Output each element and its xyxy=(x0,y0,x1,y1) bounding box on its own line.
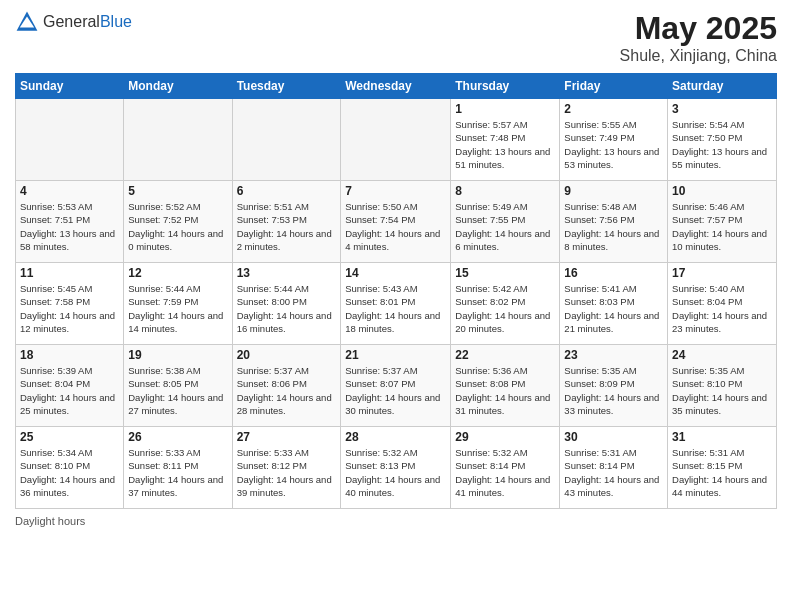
footer: Daylight hours xyxy=(15,515,777,527)
calendar-cell xyxy=(232,99,341,181)
day-number: 13 xyxy=(237,266,337,280)
day-number: 5 xyxy=(128,184,227,198)
day-number: 29 xyxy=(455,430,555,444)
calendar-cell xyxy=(124,99,232,181)
calendar-cell: 26Sunrise: 5:33 AMSunset: 8:11 PMDayligh… xyxy=(124,427,232,509)
day-info: Sunrise: 5:51 AMSunset: 7:53 PMDaylight:… xyxy=(237,200,337,253)
main-title: May 2025 xyxy=(620,10,777,47)
day-info: Sunrise: 5:32 AMSunset: 8:14 PMDaylight:… xyxy=(455,446,555,499)
calendar-header-row: SundayMondayTuesdayWednesdayThursdayFrid… xyxy=(16,74,777,99)
calendar-cell: 3Sunrise: 5:54 AMSunset: 7:50 PMDaylight… xyxy=(668,99,777,181)
calendar-cell: 10Sunrise: 5:46 AMSunset: 7:57 PMDayligh… xyxy=(668,181,777,263)
calendar-table: SundayMondayTuesdayWednesdayThursdayFrid… xyxy=(15,73,777,509)
calendar-cell: 30Sunrise: 5:31 AMSunset: 8:14 PMDayligh… xyxy=(560,427,668,509)
day-info: Sunrise: 5:43 AMSunset: 8:01 PMDaylight:… xyxy=(345,282,446,335)
calendar-cell: 7Sunrise: 5:50 AMSunset: 7:54 PMDaylight… xyxy=(341,181,451,263)
day-info: Sunrise: 5:36 AMSunset: 8:08 PMDaylight:… xyxy=(455,364,555,417)
day-info: Sunrise: 5:33 AMSunset: 8:12 PMDaylight:… xyxy=(237,446,337,499)
day-info: Sunrise: 5:42 AMSunset: 8:02 PMDaylight:… xyxy=(455,282,555,335)
day-number: 6 xyxy=(237,184,337,198)
day-number: 19 xyxy=(128,348,227,362)
day-number: 1 xyxy=(455,102,555,116)
day-number: 25 xyxy=(20,430,119,444)
calendar-cell: 24Sunrise: 5:35 AMSunset: 8:10 PMDayligh… xyxy=(668,345,777,427)
day-info: Sunrise: 5:53 AMSunset: 7:51 PMDaylight:… xyxy=(20,200,119,253)
day-number: 7 xyxy=(345,184,446,198)
subtitle: Shule, Xinjiang, China xyxy=(620,47,777,65)
day-number: 31 xyxy=(672,430,772,444)
header: GeneralBlue May 2025 Shule, Xinjiang, Ch… xyxy=(15,10,777,65)
calendar-cell: 21Sunrise: 5:37 AMSunset: 8:07 PMDayligh… xyxy=(341,345,451,427)
day-number: 2 xyxy=(564,102,663,116)
calendar-cell: 25Sunrise: 5:34 AMSunset: 8:10 PMDayligh… xyxy=(16,427,124,509)
calendar-cell: 12Sunrise: 5:44 AMSunset: 7:59 PMDayligh… xyxy=(124,263,232,345)
calendar-day-header: Thursday xyxy=(451,74,560,99)
calendar-cell: 28Sunrise: 5:32 AMSunset: 8:13 PMDayligh… xyxy=(341,427,451,509)
calendar-week-row: 1Sunrise: 5:57 AMSunset: 7:48 PMDaylight… xyxy=(16,99,777,181)
day-info: Sunrise: 5:41 AMSunset: 8:03 PMDaylight:… xyxy=(564,282,663,335)
day-info: Sunrise: 5:35 AMSunset: 8:10 PMDaylight:… xyxy=(672,364,772,417)
logo-general: General xyxy=(43,13,100,30)
day-number: 27 xyxy=(237,430,337,444)
day-info: Sunrise: 5:46 AMSunset: 7:57 PMDaylight:… xyxy=(672,200,772,253)
calendar-cell: 16Sunrise: 5:41 AMSunset: 8:03 PMDayligh… xyxy=(560,263,668,345)
day-info: Sunrise: 5:45 AMSunset: 7:58 PMDaylight:… xyxy=(20,282,119,335)
calendar-cell: 19Sunrise: 5:38 AMSunset: 8:05 PMDayligh… xyxy=(124,345,232,427)
day-info: Sunrise: 5:37 AMSunset: 8:06 PMDaylight:… xyxy=(237,364,337,417)
day-number: 16 xyxy=(564,266,663,280)
day-info: Sunrise: 5:35 AMSunset: 8:09 PMDaylight:… xyxy=(564,364,663,417)
calendar-week-row: 18Sunrise: 5:39 AMSunset: 8:04 PMDayligh… xyxy=(16,345,777,427)
calendar-cell: 14Sunrise: 5:43 AMSunset: 8:01 PMDayligh… xyxy=(341,263,451,345)
day-number: 24 xyxy=(672,348,772,362)
calendar-cell: 31Sunrise: 5:31 AMSunset: 8:15 PMDayligh… xyxy=(668,427,777,509)
day-info: Sunrise: 5:52 AMSunset: 7:52 PMDaylight:… xyxy=(128,200,227,253)
calendar-cell: 11Sunrise: 5:45 AMSunset: 7:58 PMDayligh… xyxy=(16,263,124,345)
calendar-cell: 4Sunrise: 5:53 AMSunset: 7:51 PMDaylight… xyxy=(16,181,124,263)
day-info: Sunrise: 5:54 AMSunset: 7:50 PMDaylight:… xyxy=(672,118,772,171)
day-info: Sunrise: 5:57 AMSunset: 7:48 PMDaylight:… xyxy=(455,118,555,171)
calendar-day-header: Wednesday xyxy=(341,74,451,99)
calendar-day-header: Saturday xyxy=(668,74,777,99)
calendar-cell: 23Sunrise: 5:35 AMSunset: 8:09 PMDayligh… xyxy=(560,345,668,427)
calendar-cell: 2Sunrise: 5:55 AMSunset: 7:49 PMDaylight… xyxy=(560,99,668,181)
calendar-cell: 20Sunrise: 5:37 AMSunset: 8:06 PMDayligh… xyxy=(232,345,341,427)
day-number: 3 xyxy=(672,102,772,116)
calendar-cell: 17Sunrise: 5:40 AMSunset: 8:04 PMDayligh… xyxy=(668,263,777,345)
day-number: 4 xyxy=(20,184,119,198)
day-number: 11 xyxy=(20,266,119,280)
day-number: 10 xyxy=(672,184,772,198)
day-number: 17 xyxy=(672,266,772,280)
calendar-week-row: 11Sunrise: 5:45 AMSunset: 7:58 PMDayligh… xyxy=(16,263,777,345)
day-info: Sunrise: 5:44 AMSunset: 7:59 PMDaylight:… xyxy=(128,282,227,335)
logo-blue: Blue xyxy=(100,13,132,30)
day-number: 30 xyxy=(564,430,663,444)
calendar-cell: 6Sunrise: 5:51 AMSunset: 7:53 PMDaylight… xyxy=(232,181,341,263)
day-info: Sunrise: 5:38 AMSunset: 8:05 PMDaylight:… xyxy=(128,364,227,417)
day-info: Sunrise: 5:40 AMSunset: 8:04 PMDaylight:… xyxy=(672,282,772,335)
day-info: Sunrise: 5:55 AMSunset: 7:49 PMDaylight:… xyxy=(564,118,663,171)
calendar-cell xyxy=(341,99,451,181)
calendar-cell: 5Sunrise: 5:52 AMSunset: 7:52 PMDaylight… xyxy=(124,181,232,263)
day-info: Sunrise: 5:37 AMSunset: 8:07 PMDaylight:… xyxy=(345,364,446,417)
day-number: 21 xyxy=(345,348,446,362)
calendar-cell: 8Sunrise: 5:49 AMSunset: 7:55 PMDaylight… xyxy=(451,181,560,263)
day-info: Sunrise: 5:32 AMSunset: 8:13 PMDaylight:… xyxy=(345,446,446,499)
logo-icon xyxy=(15,10,39,34)
day-number: 12 xyxy=(128,266,227,280)
day-number: 23 xyxy=(564,348,663,362)
calendar-cell: 18Sunrise: 5:39 AMSunset: 8:04 PMDayligh… xyxy=(16,345,124,427)
day-number: 28 xyxy=(345,430,446,444)
day-info: Sunrise: 5:39 AMSunset: 8:04 PMDaylight:… xyxy=(20,364,119,417)
day-info: Sunrise: 5:50 AMSunset: 7:54 PMDaylight:… xyxy=(345,200,446,253)
day-number: 15 xyxy=(455,266,555,280)
calendar-cell: 9Sunrise: 5:48 AMSunset: 7:56 PMDaylight… xyxy=(560,181,668,263)
logo-text: GeneralBlue xyxy=(43,13,132,31)
calendar-cell xyxy=(16,99,124,181)
day-info: Sunrise: 5:31 AMSunset: 8:15 PMDaylight:… xyxy=(672,446,772,499)
calendar-day-header: Sunday xyxy=(16,74,124,99)
calendar-cell: 27Sunrise: 5:33 AMSunset: 8:12 PMDayligh… xyxy=(232,427,341,509)
day-info: Sunrise: 5:48 AMSunset: 7:56 PMDaylight:… xyxy=(564,200,663,253)
logo: GeneralBlue xyxy=(15,10,132,34)
day-number: 8 xyxy=(455,184,555,198)
day-info: Sunrise: 5:33 AMSunset: 8:11 PMDaylight:… xyxy=(128,446,227,499)
